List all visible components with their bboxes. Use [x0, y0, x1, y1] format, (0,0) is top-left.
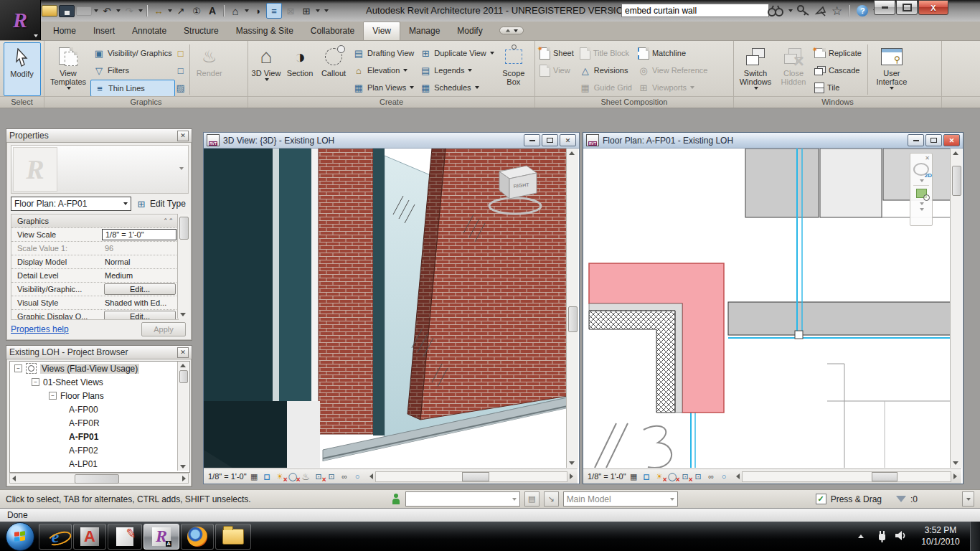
tree-item-view[interactable]: A-FP0R [10, 416, 189, 430]
filter-icon[interactable] [896, 496, 906, 502]
show-hidden-lines-button[interactable]: □ [175, 45, 187, 61]
show-crop-region-icon[interactable]: ⊡ [326, 471, 337, 482]
switch-windows-icon[interactable]: ⊞ [299, 4, 314, 18]
apply-button[interactable]: Apply [141, 322, 186, 336]
user-interface-button[interactable]: ⚲ User Interface [871, 42, 913, 90]
section-icon[interactable]: ◑ [250, 4, 265, 18]
type-selector[interactable]: Floor Plan: A-FP01 [11, 197, 131, 211]
detail-level-icon[interactable]: ▦ [249, 471, 260, 482]
drafting-view-button[interactable]: ▤Drafting View [350, 45, 417, 61]
view-scale-button[interactable]: 1/8" = 1'-0" [208, 472, 247, 481]
visibility-graphics-button[interactable]: ▣Visibility/ Graphics [90, 45, 175, 61]
3d-view-dropdown[interactable] [245, 9, 249, 12]
statusbar-dropdown-button[interactable] [962, 491, 974, 507]
show-crop-region-icon[interactable]: ⊡ [693, 471, 704, 482]
close-button[interactable]: X [918, 0, 948, 15]
tray-show-hidden-icons[interactable] [858, 534, 864, 538]
editing-requests-button[interactable]: ▤ [524, 491, 540, 507]
visual-style-icon[interactable]: ◻ [641, 471, 652, 482]
browser-hscrollbar[interactable] [9, 473, 189, 484]
brick-pier[interactable] [407, 149, 567, 420]
show-rendering-dialog-icon[interactable]: ♨ [301, 471, 311, 482]
plan-hscrollbar[interactable] [742, 471, 951, 482]
undo-icon[interactable]: ↶ [100, 4, 114, 18]
crop-view-icon[interactable]: ⊡ [680, 471, 691, 482]
press-drag-checkbox[interactable]: ✓ [816, 494, 826, 504]
application-menu-button[interactable]: R [0, 0, 41, 40]
tree-item-view[interactable]: A-FP00 [10, 402, 189, 416]
tag-icon[interactable]: ① [189, 4, 204, 18]
viewports-button[interactable]: ⊞Viewports [635, 80, 710, 95]
shadows-icon[interactable]: ◯ [667, 471, 678, 482]
tab-massing-site[interactable]: Massing & Site [227, 22, 302, 40]
3d-canvas[interactable]: RIGHT [204, 149, 578, 468]
lower-opening[interactable] [204, 401, 320, 468]
legends-button[interactable]: ▤Legends [417, 62, 497, 78]
redo-dropdown[interactable] [138, 9, 143, 12]
collapse-icon[interactable]: − [32, 378, 39, 386]
shadows-icon[interactable]: ◯ [288, 471, 298, 482]
tree-item-floor-plans[interactable]: −Floor Plans [10, 389, 189, 402]
property-row[interactable]: View Scale1/8" = 1'-0" [11, 228, 178, 242]
edit-type-button[interactable]: ⊞ Edit Type [136, 197, 189, 211]
scope-box-button[interactable]: Scope Box [497, 42, 530, 86]
worksets-dropdown[interactable] [405, 491, 520, 507]
redo-icon[interactable]: ↷ [122, 4, 136, 18]
sun-path-icon[interactable]: ☀ [654, 471, 665, 482]
ribbon-state-button[interactable] [499, 27, 524, 34]
elevation-button[interactable]: ⌂Elevation [350, 62, 417, 78]
show-desktop-button[interactable] [970, 522, 980, 551]
doc-close-button[interactable]: ✕ [943, 134, 960, 146]
collapse-icon[interactable]: − [14, 364, 22, 372]
visibility-edit-button[interactable]: Edit... [104, 283, 176, 295]
view-templates-button[interactable]: View Templates [46, 42, 90, 90]
browser-vscrollbar[interactable] [177, 362, 189, 471]
navbar-more-dropdown[interactable] [920, 208, 924, 211]
detail-level-icon[interactable]: ▦ [628, 471, 639, 482]
3d-view-title-bar[interactable]: RVT 3D View: {3D} - Existing LOH ✕ [204, 133, 579, 149]
taskbar-autocad-button[interactable]: A [73, 524, 106, 550]
plan-views-button[interactable]: ▦Plan Views [350, 80, 417, 95]
view-reference-button[interactable]: ◎View Reference [635, 62, 710, 78]
tree-item-view[interactable]: A-LP01 [10, 457, 189, 471]
tab-insert[interactable]: Insert [85, 22, 123, 40]
search-dropdown[interactable] [788, 9, 793, 12]
maximize-button[interactable] [896, 0, 918, 15]
tab-collaborate[interactable]: Collaborate [302, 22, 363, 40]
tab-manage[interactable]: Manage [400, 22, 448, 40]
design-options-dropdown[interactable]: Main Model [563, 491, 678, 507]
speaker-volume-icon[interactable] [894, 529, 907, 542]
undo-dropdown[interactable] [116, 9, 121, 12]
power-plug-icon[interactable] [875, 529, 888, 542]
save-icon[interactable] [59, 5, 75, 17]
highlighted-wall[interactable] [589, 263, 724, 413]
plan-vscrollbar[interactable] [950, 149, 962, 468]
section-header-graphics[interactable]: Graphics ⌃⌃ [11, 215, 178, 228]
taskbar-revit-button[interactable]: RA [143, 524, 179, 550]
favorites-star-icon[interactable]: ☆ [831, 4, 842, 19]
replicate-button[interactable]: ✷Replicate [811, 45, 864, 61]
taskbar-design-app-button[interactable]: ✎ [108, 524, 142, 550]
zoom-icon[interactable] [916, 189, 927, 198]
tab-view[interactable]: View [363, 22, 400, 40]
open-icon[interactable] [42, 5, 57, 17]
relinquish-button[interactable]: ↘ [544, 491, 559, 507]
switch-windows-dropdown[interactable] [316, 9, 320, 12]
print-dropdown[interactable] [94, 9, 98, 12]
matchline-button[interactable]: Matchline [635, 45, 710, 61]
text-icon[interactable]: A [205, 4, 220, 18]
render-button[interactable]: ♨ Render [193, 42, 226, 77]
wheel-dropdown[interactable] [920, 179, 924, 182]
subscription-key-icon[interactable] [797, 5, 810, 17]
thin-lines-button[interactable]: ≡Thin Lines [90, 80, 175, 97]
modify-button[interactable]: Modify [4, 42, 41, 96]
property-row[interactable]: Display ModelNormal [11, 255, 178, 269]
start-button[interactable] [6, 522, 34, 551]
taskbar-ie-button[interactable]: e [39, 524, 72, 550]
remove-hidden-lines-button[interactable]: □ [175, 62, 187, 78]
panel-label-windows[interactable]: Windows [734, 96, 941, 108]
hscroll-left-icon[interactable] [736, 474, 740, 479]
help-icon[interactable]: ? [857, 5, 868, 17]
close-hidden-windows-icon[interactable]: ⊠ [283, 4, 298, 18]
zoom-dropdown[interactable] [920, 202, 924, 205]
